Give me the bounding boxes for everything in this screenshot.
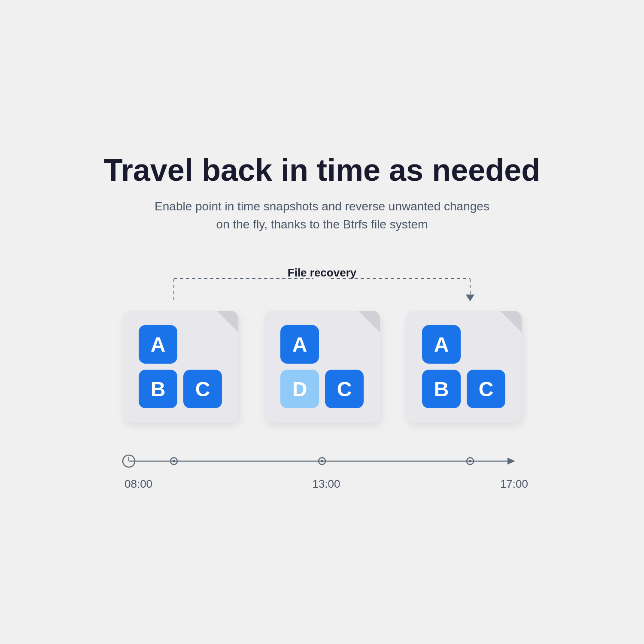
timeline-svg <box>116 448 528 474</box>
file-icon-B3: B <box>422 370 461 408</box>
recovery-label: File recovery <box>288 266 357 279</box>
svg-marker-4 <box>466 295 474 301</box>
time-label-1300: 13:00 <box>312 477 340 491</box>
time-labels: 08:00 13:00 17:00 <box>116 474 528 491</box>
time-label-1700: 17:00 <box>500 477 528 491</box>
main-title: Travel back in time as needed <box>104 153 540 187</box>
timeline-row <box>116 448 528 474</box>
subtitle: Enable point in time snapshots and rever… <box>155 197 489 234</box>
file-card-3: A B C <box>406 311 522 422</box>
card-1-icons: A B C <box>130 316 231 417</box>
svg-point-13 <box>321 460 323 462</box>
file-icon-A2: A <box>280 325 319 364</box>
header: Travel back in time as needed Enable poi… <box>104 153 540 234</box>
file-card-2: A D C <box>264 311 380 422</box>
time-label-0800: 08:00 <box>116 477 152 491</box>
card-1-row-1: A <box>139 325 222 364</box>
svg-point-15 <box>469 460 471 462</box>
card-2-row-1: A <box>280 325 364 364</box>
card-2-row-2: D C <box>280 370 364 408</box>
file-icon-C1: C <box>183 370 222 408</box>
card-2-icons: A D C <box>272 316 372 417</box>
card-3-row-2: B C <box>422 370 505 408</box>
card-1-row-2: B C <box>139 370 222 408</box>
svg-marker-6 <box>507 458 515 465</box>
recovery-label-row: File recovery <box>86 268 558 307</box>
file-icon-C3: C <box>467 370 505 408</box>
recovery-arrow-svg: File recovery <box>86 268 558 307</box>
card-3-icons: A B C <box>413 316 514 417</box>
page-wrapper: Travel back in time as needed Enable poi… <box>86 153 558 491</box>
file-icon-D2: D <box>280 370 319 408</box>
file-icon-A3: A <box>422 325 461 364</box>
diagram-area: File recovery A B C <box>86 268 558 491</box>
file-icon-C2: C <box>325 370 364 408</box>
card-3-row-1: A <box>422 325 505 364</box>
file-icon-A1: A <box>139 325 177 364</box>
file-icon-B1: B <box>139 370 177 408</box>
svg-point-11 <box>173 460 175 462</box>
file-card-1: A B C <box>122 311 238 422</box>
cards-row: A B C A D C <box>122 311 522 422</box>
